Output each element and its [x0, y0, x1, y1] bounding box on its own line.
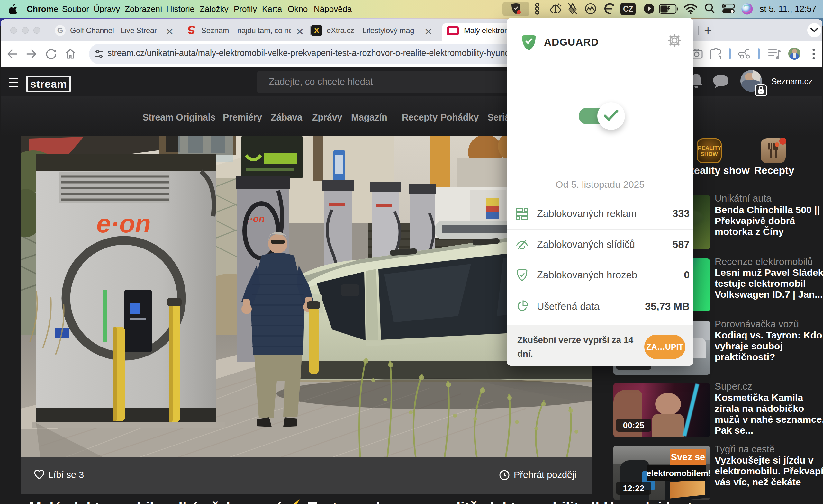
svg-text:e·on: e·on	[97, 209, 151, 238]
